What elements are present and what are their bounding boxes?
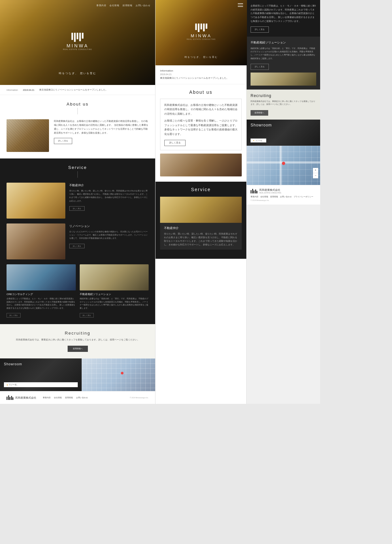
recruiting-right: Recruiting 民和産業株式会社では、事業拡大に伴い共に働くスタッフを募集…: [247, 90, 320, 120]
about-mobile-image: [160, 154, 242, 176]
about-mobile-more[interactable]: 詳しく見る: [164, 140, 186, 146]
logo-bar-5: [82, 33, 84, 39]
fr-bar-3: [253, 190, 254, 193]
service-row-2: CREコンサルティング 企業経営にとって不動産は、ヒト・モノ・カネ・情報に続く第…: [7, 264, 149, 318]
info-date: 2019.04.21: [23, 89, 34, 91]
map-right-roads: [247, 146, 320, 185]
showroom-section: Showroom ● リノベる。: [0, 358, 82, 391]
inheritance-detail-button[interactable]: 詳しく見る: [251, 64, 269, 70]
footer-r-nav-5[interactable]: プライバシーポリシー: [294, 196, 313, 198]
about-more-button[interactable]: 詳しく見る: [54, 138, 72, 144]
service-desc-2: 古くなったビルやマンションの全体的な修繕の相談から、空き家になったお宅のリノベー…: [69, 230, 149, 240]
info-bar: Information 2019.04.21 東京池袋東口にリノベーションショー…: [0, 85, 155, 95]
service-section: Service 不動産仲介 売りたい時、買いたい時、貸したい時、借りたい時、民和…: [0, 158, 155, 324]
footer-right-bars-icon: [251, 189, 257, 193]
service-mobile: Service 不動産仲介 売りたい時、買いたい時、貸したい時、借りたい時、民和…: [155, 182, 246, 259]
info-mobile: Information 2019.04.21 東京池袋東口にリノベーションショー…: [155, 65, 246, 84]
service-btn-3[interactable]: 詳しく見る: [7, 313, 21, 318]
footer-r-nav-2[interactable]: 会社情報: [260, 196, 268, 198]
footer-right-copyright: © 2019 Minwasangyo Inc.: [251, 199, 316, 201]
service-mobile-desc-1: 売りたい時、買いたい時、貸したい時、借りたい時、民和産業はそれぞれのお客さまに寄…: [164, 232, 238, 246]
footer-nav: 事業内容 会社情報 採用情報 お問い合わせ: [43, 396, 88, 399]
service-mobile-card-1: 不動産仲介 売りたい時、買いたい時、貸したい時、借りたい時、民和産業はそれぞれの…: [160, 197, 242, 250]
mobile-tagline: 時をつなぎ、 想いを育む: [185, 56, 218, 59]
map-pin-right: [282, 162, 285, 165]
footer-logo-bars-icon: [7, 395, 13, 400]
nav-item-4[interactable]: お問い合わせ: [136, 4, 150, 7]
nav-item-3[interactable]: 採用情報: [122, 4, 132, 7]
service-desc-4: 相続対策に必要なのは「現状分析」と「実行」です。民和産業は、不動産のプロフェッシ…: [80, 297, 149, 310]
info-text: 東京池袋東口にリノベーションショールームをオープンしました。: [39, 88, 108, 91]
nav-item-2[interactable]: 会社情報: [109, 4, 119, 7]
map-grid: [82, 358, 155, 391]
recruiting-right-button[interactable]: 採用情報へ: [251, 110, 268, 116]
service-btn-4[interactable]: 詳しく見る: [80, 313, 94, 318]
mobile-logo-name: MINWA: [187, 33, 216, 38]
map-zoom-out[interactable]: −: [313, 173, 318, 178]
footer-company: 民和産業株式会社: [15, 396, 36, 400]
about-title: About us: [7, 102, 149, 107]
copyright: © 2019 Minwasangyo Inc.: [130, 397, 149, 399]
map-controls: + −: [313, 168, 318, 178]
fr-bar-4: [255, 190, 256, 193]
about-box: 民和産業株式会社は、お客様の土地や建物といった不動産資源の有効活用を推進し、その…: [160, 99, 242, 151]
footer-r-nav-4[interactable]: お問い合わせ: [280, 196, 292, 198]
mobile-logo-subtitle: REAL ESTATE CONSULTING: [187, 38, 216, 40]
info-label: Information: [7, 89, 18, 91]
inheritance-section: 不動産相続ソリューション 相続対策に必要なのは「現状分析」と「実行」です。民和産…: [247, 37, 320, 89]
footer-r-nav-3[interactable]: 採用情報: [270, 196, 278, 198]
about-mobile-body1: 民和産業株式会社は、お客様の土地や建物といった不動産資源の有効活用を推進し、その…: [164, 103, 237, 116]
logo-name: MINWA: [63, 43, 92, 48]
footer-nav-2[interactable]: 会社情報: [54, 396, 62, 399]
renoveru-text: リノベる。: [9, 383, 19, 386]
recruiting-desc: 民和産業株式会社では、事業拡大に伴い共に働くスタッフを募集しております。詳しくは…: [7, 338, 149, 341]
fr-bar-2: [252, 189, 253, 193]
hamburger-menu[interactable]: [238, 3, 243, 7]
footer-nav-1[interactable]: 事業内容: [43, 396, 51, 399]
map-section: [82, 358, 155, 391]
footer-r-nav-1[interactable]: 事業内容: [251, 196, 258, 198]
showroom-right: Showroom ● リノベる。: [247, 120, 320, 146]
service-mobile-name-1: 不動産仲介: [164, 226, 238, 230]
service-btn-1[interactable]: 詳しく見る: [69, 206, 85, 211]
footer-bar-2: [8, 395, 9, 400]
footer-right: 民和産業株式会社 REAL ESTATE CONSULTING 事業内容 会社情…: [247, 185, 320, 205]
recruiting-right-desc: 民和産業株式会社では、事業拡大に伴い共に働くスタッフを募集しております。詳しくは…: [251, 100, 316, 106]
mobile-bar-2: [198, 24, 200, 32]
service-image-4: [80, 264, 149, 290]
service-card-3: CREコンサルティング 企業経営にとって不動産は、ヒト・モノ・カネ・情報に続く第…: [7, 264, 76, 318]
service-text-1: 不動産仲介 売りたい時、買いたい時、貸したい時、借りたい時、民和産業はそれぞれの…: [69, 183, 149, 211]
mobile-bar-1: [195, 24, 197, 30]
footer-logo: 民和産業株式会社: [7, 395, 36, 400]
fr-bar-5: [256, 191, 257, 193]
hero-desktop: 事業内容 会社情報 採用情報 お問い合わせ MINWA REAL ESTATE …: [0, 0, 155, 85]
map-zoom-in[interactable]: +: [313, 168, 318, 173]
service-name-2: リノベーション: [69, 224, 149, 228]
about-mobile: About us 民和産業株式会社は、お客様の土地や建物といった不動産資源の有効…: [155, 84, 246, 182]
map-right: + −: [247, 146, 320, 185]
recruiting-button[interactable]: 採用情報へ: [68, 346, 88, 352]
hamburger-line-2: [238, 5, 243, 6]
footer-bar-4: [11, 396, 12, 400]
service-image-1: [7, 183, 65, 219]
showroom-title: Showroom: [4, 362, 78, 366]
about-text: 民和産業株式会社は、お客様の土地や建物といった不動産資源の有効活用を推進し、その…: [54, 119, 149, 152]
desktop-view: 事業内容 会社情報 採用情報 お問い合わせ MINWA REAL ESTATE …: [0, 0, 155, 404]
footer-nav-4[interactable]: お問い合わせ: [76, 396, 88, 399]
about-body: 民和産業株式会社は、お客様の土地や建物といった不動産資源の有効活用を推進し、その…: [54, 119, 149, 135]
service-desc-1: 売りたい時、買いたい時、貸したい時、借りたい時、民和産業はそれぞれのお客さまに寄…: [69, 189, 149, 203]
service-desc-3: 企業経営にとって不動産は、ヒト・モノ・カネ・情報に続く第5の経営資源と認識されて…: [7, 297, 76, 310]
nav-item-1[interactable]: 事業内容: [96, 4, 106, 7]
footer-right-nav: 事業内容 会社情報 採用情報 お問い合わせ プライバシーポリシー: [251, 196, 316, 198]
footer-nav-3[interactable]: 採用情報: [65, 396, 73, 399]
renoveru-text-right: リノベる。: [255, 140, 264, 141]
service-item-2: リノベーション 古くなったビルやマンションの全体的な修繕の相談から、空き家になっ…: [7, 223, 149, 259]
recruiting-right-title: Recruiting: [251, 93, 316, 98]
info-mobile-date: 2019.04.21: [160, 73, 242, 75]
footer-right-company-name: 民和産業株式会社: [259, 189, 281, 192]
about-content: 民和産業株式会社は、お客様の土地や建物といった不動産資源の有効活用を推進し、その…: [7, 119, 149, 152]
footer-right-company-info: 民和産業株式会社 REAL ESTATE CONSULTING: [259, 189, 281, 194]
cre-detail-button[interactable]: 詳しく見る: [251, 26, 269, 33]
inheritance-title: 不動産相続ソリューション: [251, 41, 316, 45]
service-btn-2[interactable]: 詳しく見る: [69, 244, 85, 248]
